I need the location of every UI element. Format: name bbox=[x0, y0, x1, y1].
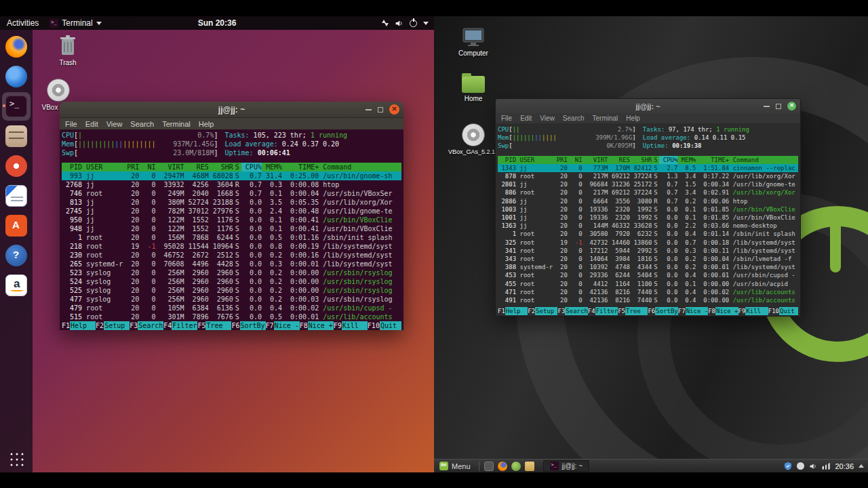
menu-search[interactable]: Search bbox=[563, 115, 585, 122]
fkey-nice[interactable]: F7Nice - bbox=[266, 321, 300, 330]
fkey-setup[interactable]: F2Setup bbox=[96, 321, 130, 330]
process-row[interactable]: 993jj2002947M468M68028S0.731.40:25.00/us… bbox=[62, 171, 401, 180]
menu-search[interactable]: Search bbox=[130, 120, 154, 128]
column-cpu[interactable]: CPU% bbox=[241, 163, 262, 171]
process-row[interactable]: 453root2002933662445404S0.00.40:00.01/us… bbox=[498, 271, 798, 279]
process-row[interactable]: 948jj200122M15521176S0.00.10:00.41/usr/b… bbox=[62, 224, 401, 233]
fkey-search[interactable]: F3Search bbox=[557, 307, 587, 315]
process-row[interactable]: 886root200217M6921237224S0.73.40:02.91/u… bbox=[498, 188, 798, 197]
process-row[interactable]: 265systemd-r2007060844964428S0.00.30:00.… bbox=[62, 260, 401, 268]
process-row[interactable]: 746root200249M20401668S0.70.10:00.04/usr… bbox=[62, 189, 401, 198]
firefox-launcher-icon[interactable] bbox=[498, 462, 507, 471]
fkey-quit[interactable]: F10Quit bbox=[368, 321, 401, 330]
fkey-kill[interactable]: F9Kill bbox=[334, 321, 368, 330]
close-button[interactable]: ✕ bbox=[787, 102, 796, 110]
minimize-button[interactable] bbox=[366, 109, 372, 110]
focused-app-menu[interactable]: Terminal bbox=[50, 18, 101, 28]
process-row[interactable]: 230root2004675226722512S0.00.20:00.16/li… bbox=[62, 251, 401, 260]
fkey-help[interactable]: F1Help bbox=[62, 321, 96, 330]
column-pri[interactable]: PRI bbox=[553, 156, 568, 164]
volume-icon[interactable] bbox=[809, 462, 817, 470]
menu-file[interactable]: File bbox=[501, 115, 512, 122]
column-user[interactable]: USER bbox=[82, 163, 123, 171]
column-cpu[interactable]: CPU% bbox=[659, 156, 677, 164]
titlebar[interactable]: jj@jj: ~ ✕ bbox=[60, 102, 403, 118]
column-mem[interactable]: MEM% bbox=[677, 156, 696, 164]
process-row[interactable]: 388systemd-r2001039247484344S0.00.20:00.… bbox=[498, 263, 798, 271]
process-row[interactable]: 2801jj200966843123625172S0.71.50:00.34/u… bbox=[498, 180, 798, 188]
fkey-search[interactable]: F3Search bbox=[130, 321, 163, 330]
process-row[interactable]: 2768jj2003393242563604R0.70.30:00.08htop bbox=[62, 180, 401, 189]
process-row[interactable]: 523syslog200256M29602960S0.00.20:00.00/u… bbox=[62, 268, 401, 277]
column-mem[interactable]: MEM% bbox=[262, 163, 282, 171]
column-cmd[interactable]: Command bbox=[729, 156, 798, 164]
menu-help[interactable]: Help bbox=[626, 115, 640, 122]
maximize-button[interactable] bbox=[378, 107, 383, 113]
column-res[interactable]: RES bbox=[608, 156, 631, 164]
fkey-sortby[interactable]: F6SortBy bbox=[648, 307, 677, 315]
terminal-dock-icon[interactable] bbox=[2, 92, 31, 121]
column-s[interactable]: S bbox=[233, 163, 241, 171]
process-row[interactable]: 471root2004213682167440S0.00.40:00.02/us… bbox=[498, 288, 798, 296]
process-row[interactable]: 878root200217M6921237224S1.33.40:17.22/u… bbox=[498, 172, 798, 180]
close-button[interactable]: ✕ bbox=[389, 104, 399, 115]
column-ni[interactable]: NI bbox=[568, 156, 583, 164]
panel-expand-icon[interactable] bbox=[859, 464, 864, 468]
column-ni[interactable]: NI bbox=[139, 163, 155, 171]
column-virt[interactable]: VIRT bbox=[583, 156, 608, 164]
thunderbird-icon[interactable] bbox=[2, 62, 31, 91]
process-row[interactable]: 325root19-1427321446013860S0.00.70:00.18… bbox=[498, 239, 798, 247]
amazon-icon[interactable] bbox=[2, 271, 31, 300]
column-pri[interactable]: PRI bbox=[123, 163, 139, 171]
trash-desktop-icon[interactable]: Trash bbox=[46, 34, 90, 66]
fkey-setup[interactable]: F2Setup bbox=[528, 307, 557, 315]
fkey-tree[interactable]: F5Tree bbox=[618, 307, 648, 315]
menu-edit[interactable]: Edit bbox=[520, 115, 532, 122]
process-row[interactable]: 1003jj2001933623201992S0.00.10:01.85/usr… bbox=[498, 205, 798, 214]
software-manager-icon[interactable] bbox=[511, 462, 521, 471]
process-row[interactable]: 2745jj200782M3701227976S0.02.40:00.48/us… bbox=[62, 207, 401, 216]
menu-terminal[interactable]: Terminal bbox=[593, 115, 618, 122]
process-row[interactable]: 1root2003058079206232S0.00.40:01.14/sbin… bbox=[498, 230, 798, 238]
process-row[interactable]: 1001jj2001933623201992S0.00.10:01.85/usr… bbox=[498, 214, 798, 222]
column-pid[interactable]: PID bbox=[62, 163, 82, 171]
column-shr[interactable]: SHR bbox=[209, 163, 233, 171]
process-row[interactable]: 343root2001406439841816S0.00.20:00.04/sb… bbox=[498, 255, 798, 263]
menu-edit[interactable]: Edit bbox=[85, 120, 98, 128]
maximize-button[interactable] bbox=[776, 104, 781, 109]
process-row[interactable]: 1root200156M78686244S0.00.50:01.16/sbin/… bbox=[62, 233, 401, 242]
menu-file[interactable]: File bbox=[65, 120, 77, 128]
process-row[interactable]: 1343jj200773M170M82412S2.78.51:51.84cinn… bbox=[498, 164, 798, 172]
user-icon[interactable] bbox=[797, 462, 804, 470]
process-row[interactable]: 491root2004213682167440S0.00.40:00.00/us… bbox=[498, 296, 798, 304]
process-row[interactable]: 455root200441211641100S0.00.10:00.00/usr… bbox=[498, 280, 798, 288]
menu-terminal[interactable]: Terminal bbox=[162, 120, 191, 128]
files-launcher-icon[interactable] bbox=[525, 462, 534, 471]
computer-desktop-icon[interactable]: Computer bbox=[452, 27, 495, 57]
process-row[interactable]: 1363jj200144M4633233628S0.02.20:03.66nem… bbox=[498, 222, 798, 230]
menu-view[interactable]: View bbox=[106, 120, 123, 128]
column-res[interactable]: RES bbox=[184, 163, 209, 171]
column-virt[interactable]: VIRT bbox=[155, 163, 184, 171]
process-row[interactable]: 341root2001721259442992S0.00.30:00.11/li… bbox=[498, 247, 798, 255]
column-s[interactable]: S bbox=[652, 156, 660, 164]
column-cmd[interactable]: Command bbox=[319, 163, 401, 171]
column-pid[interactable]: PID bbox=[498, 156, 516, 164]
process-row[interactable]: 524syslog200256M29602960S0.00.20:00.00/u… bbox=[62, 277, 401, 286]
files-icon[interactable] bbox=[2, 122, 31, 150]
fkey-help[interactable]: F1Help bbox=[498, 307, 528, 315]
process-row[interactable]: 813jj200380M5272423188S0.03.50:05.35/usr… bbox=[62, 198, 401, 207]
menu-view[interactable]: View bbox=[540, 115, 555, 122]
fkey-filter[interactable]: F4Filter bbox=[163, 321, 197, 330]
minimize-button[interactable] bbox=[764, 106, 770, 107]
fkey-nice[interactable]: F8Nice + bbox=[300, 321, 334, 330]
column-time[interactable]: TIME+ bbox=[696, 156, 730, 164]
firefox-icon[interactable] bbox=[2, 33, 31, 61]
help-icon[interactable] bbox=[2, 241, 31, 270]
libreoffice-writer-icon[interactable] bbox=[2, 182, 31, 210]
fkey-kill[interactable]: F9Kill bbox=[738, 307, 768, 315]
process-row[interactable]: 2886jj200666435563080R0.70.20:00.06htop bbox=[498, 197, 798, 205]
fkey-filter[interactable]: F4Filter bbox=[588, 307, 618, 315]
system-status-area[interactable] bbox=[382, 19, 429, 28]
rhythmbox-icon[interactable] bbox=[2, 152, 31, 180]
